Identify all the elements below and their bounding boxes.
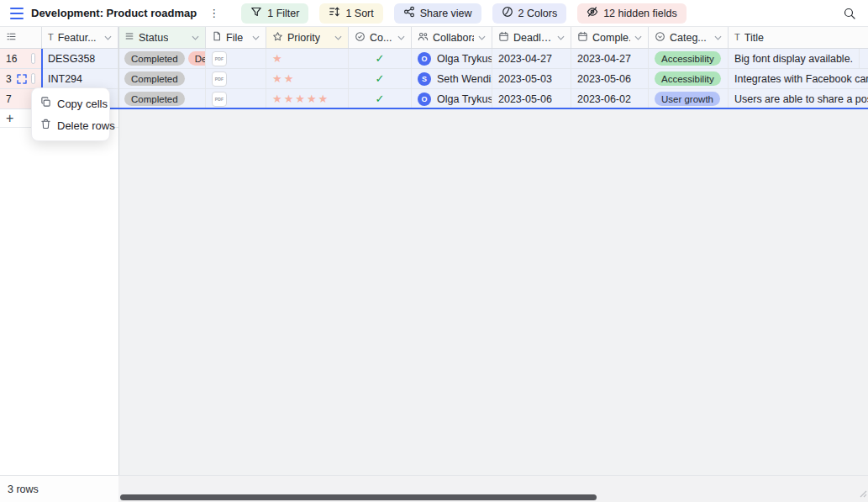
- column-header-completed-date[interactable]: Comple...: [571, 27, 649, 48]
- completed-cell[interactable]: ✓: [349, 89, 412, 108]
- selection-outline-bottom: [42, 108, 868, 109]
- file-thumbnail: PDF: [212, 51, 227, 66]
- row-number-column-header[interactable]: [0, 27, 42, 48]
- share-view-button[interactable]: Share view: [394, 3, 481, 24]
- category-cell[interactable]: Accessibility: [649, 49, 729, 68]
- sort-button[interactable]: 1 Sort: [319, 3, 382, 24]
- file-cell[interactable]: PDF: [206, 89, 266, 108]
- chevron-down-icon[interactable]: [104, 35, 112, 40]
- chevron-down-icon[interactable]: [397, 35, 405, 40]
- chevron-down-icon[interactable]: [192, 35, 199, 40]
- context-menu-item-delete-rows[interactable]: Delete rows: [32, 114, 109, 136]
- file-thumbnail: PDF: [212, 71, 227, 87]
- column-header-status[interactable]: Status: [118, 27, 206, 48]
- avatar: S: [418, 72, 431, 86]
- column-header-label: Title: [744, 32, 764, 44]
- column-header-label: Categ...: [670, 32, 707, 44]
- sidebar-toggle-icon[interactable]: [10, 8, 24, 19]
- collaborator-name: Olga Trykush: [437, 53, 492, 65]
- sort-icon: [329, 6, 340, 20]
- column-header-deadline[interactable]: Deadline: [492, 27, 571, 48]
- category-cell[interactable]: Accessibility: [649, 69, 729, 88]
- star-rating: ★: [272, 53, 284, 64]
- row-context-menu: Copy cells Delete rows: [31, 87, 110, 141]
- column-header-label: Comple...: [592, 32, 630, 44]
- row-drag-handle[interactable]: [31, 53, 35, 64]
- completed-date-value: 2023-06-02: [577, 93, 631, 105]
- column-header-file[interactable]: File: [206, 27, 266, 48]
- file-cell[interactable]: PDF: [206, 49, 266, 68]
- status-cell[interactable]: Completed: [118, 89, 206, 108]
- priority-cell[interactable]: ★★: [266, 69, 349, 88]
- toolbar-buttons: 1 Filter 1 Sort Share view 2 Colors 12 h…: [241, 3, 687, 24]
- completed-cell[interactable]: ✓: [349, 69, 412, 88]
- chevron-down-icon[interactable]: [334, 35, 342, 40]
- canvas-background: [119, 109, 868, 475]
- select-field-icon: [655, 31, 665, 45]
- row-number-cell[interactable]: 3: [0, 69, 42, 88]
- completed-date-cell[interactable]: 2023-06-02: [571, 89, 649, 108]
- horizontal-scrollbar-thumb[interactable]: [120, 494, 597, 500]
- title-cell[interactable]: Big font display available.: [729, 49, 860, 68]
- chevron-down-icon[interactable]: [714, 35, 722, 40]
- chevron-down-icon[interactable]: [634, 35, 642, 40]
- column-header-label: File: [226, 32, 243, 44]
- checkbox-field-icon: [355, 31, 366, 45]
- hidden-fields-button[interactable]: 12 hidden fields: [577, 3, 687, 24]
- category-pill: User growth: [655, 92, 720, 106]
- expand-rows-icon: [6, 31, 17, 45]
- feature-value: INT294: [48, 73, 82, 85]
- column-header-collaborators[interactable]: Collaborat...: [412, 27, 492, 48]
- collaborator-cell[interactable]: O Olga Trykush: [412, 89, 492, 108]
- deadline-cell[interactable]: 2023-04-27: [492, 49, 571, 68]
- collaborator-cell[interactable]: O Olga Trykush: [412, 49, 492, 68]
- filter-button[interactable]: 1 Filter: [241, 3, 308, 24]
- priority-cell[interactable]: ★★★★★: [266, 89, 349, 108]
- collaborator-cell[interactable]: S Seth Wendix: [412, 69, 492, 88]
- colors-button[interactable]: 2 Colors: [492, 3, 567, 24]
- row-number: 7: [6, 93, 12, 105]
- row-number-cell[interactable]: 16: [0, 49, 42, 68]
- row-count-area: 3 rows: [0, 475, 118, 502]
- resize-handle[interactable]: [858, 486, 867, 501]
- column-header-category[interactable]: Categ...: [649, 27, 729, 48]
- column-header-priority[interactable]: Priority: [266, 27, 349, 48]
- completed-cell[interactable]: ✓: [349, 49, 412, 68]
- chevron-down-icon[interactable]: [252, 35, 260, 40]
- table-row: 16 DESG358 Completed Delayed PDF ★ ✓ O O…: [0, 49, 868, 69]
- add-row-button[interactable]: +: [6, 112, 13, 125]
- column-header-completed[interactable]: Co...: [349, 27, 412, 48]
- expand-record-icon[interactable]: [17, 74, 27, 84]
- chevron-down-icon[interactable]: [478, 35, 486, 40]
- priority-cell[interactable]: ★: [266, 49, 349, 68]
- deadline-value: 2023-05-06: [498, 93, 552, 105]
- deadline-cell[interactable]: 2023-05-06: [492, 89, 571, 108]
- view-menu-kebab-icon[interactable]: ⋮: [208, 7, 219, 19]
- status-cell[interactable]: Completed Delayed: [118, 49, 206, 68]
- column-header-title[interactable]: T Title: [729, 27, 868, 48]
- file-cell[interactable]: PDF: [206, 69, 266, 88]
- title-cell[interactable]: Integrates with Facebook campaign: [729, 69, 868, 88]
- column-header-feature[interactable]: T Featur...: [42, 27, 118, 48]
- completed-date-cell[interactable]: 2023-05-06: [571, 69, 649, 88]
- trash-icon: [40, 119, 51, 132]
- text-field-icon: T: [48, 33, 54, 42]
- search-icon[interactable]: [841, 5, 858, 22]
- category-cell[interactable]: User growth: [649, 89, 729, 108]
- row-drag-handle[interactable]: [31, 73, 35, 84]
- completed-date-cell[interactable]: 2023-04-27: [571, 49, 649, 68]
- title-cell[interactable]: Users are able to share a post privat: [729, 89, 868, 108]
- collaborators-field-icon: [418, 31, 429, 45]
- status-cell[interactable]: Completed: [118, 69, 206, 88]
- feature-value: DESG358: [48, 53, 95, 65]
- context-menu-item-copy-cells[interactable]: Copy cells: [32, 92, 109, 114]
- title-value: Integrates with Facebook campaign: [734, 73, 868, 85]
- chevron-down-icon[interactable]: [557, 35, 565, 40]
- title-value: Users are able to share a post privat: [734, 93, 868, 105]
- feature-cell[interactable]: INT294: [42, 69, 118, 88]
- avatar: O: [418, 52, 431, 66]
- row-number: 3: [6, 73, 12, 85]
- deadline-value: 2023-05-03: [498, 73, 552, 85]
- deadline-cell[interactable]: 2023-05-03: [492, 69, 571, 88]
- feature-cell[interactable]: DESG358: [42, 49, 118, 68]
